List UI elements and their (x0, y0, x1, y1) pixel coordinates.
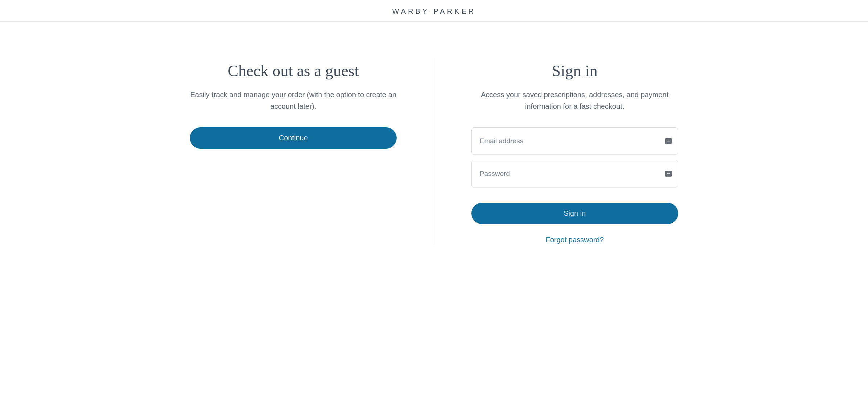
continue-button[interactable]: Continue (190, 127, 397, 149)
signin-button-wrap: Sign in (471, 203, 678, 224)
signin-button[interactable]: Sign in (471, 203, 678, 224)
brand-logo[interactable]: WARBY PARKER (0, 7, 868, 16)
forgot-password-link[interactable]: Forgot password? (546, 236, 604, 244)
signin-title: Sign in (552, 62, 598, 80)
guest-checkout-section: Check out as a guest Easily track and ma… (153, 62, 434, 244)
email-input-wrap (471, 127, 678, 155)
page-header: WARBY PARKER (0, 0, 868, 22)
signin-section: Sign in Access your saved prescriptions,… (434, 62, 716, 244)
autofill-icon (665, 138, 672, 144)
guest-subtitle: Easily track and manage your order (with… (188, 89, 398, 112)
password-field[interactable] (471, 160, 678, 187)
password-input-wrap (471, 160, 678, 187)
signin-subtitle: Access your saved prescriptions, address… (470, 89, 680, 112)
email-field[interactable] (471, 127, 678, 155)
autofill-icon (665, 171, 672, 177)
main-content: Check out as a guest Easily track and ma… (153, 22, 715, 244)
guest-title: Check out as a guest (228, 62, 359, 80)
